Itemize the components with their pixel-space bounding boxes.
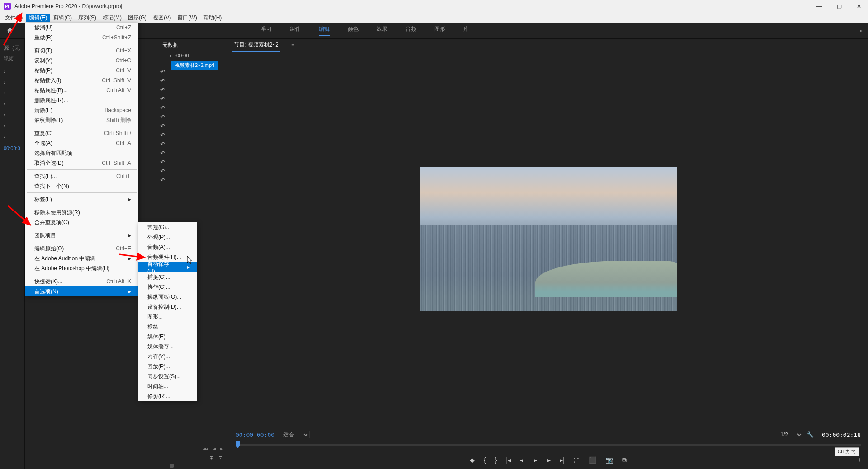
ime-indicator[interactable]: CH 力 简: [835, 447, 859, 456]
menu-item[interactable]: 剪切(T)Ctrl+X: [25, 46, 138, 56]
submenu-item[interactable]: 同步设置(S)...: [138, 371, 197, 381]
undo-loop-icon[interactable]: ↶: [160, 168, 165, 174]
maximize-button[interactable]: ▢: [834, 1, 844, 12]
menu-item[interactable]: 全选(A)Ctrl+A: [25, 138, 138, 148]
menu-item[interactable]: 重做(R)Ctrl+Shift+Z: [25, 33, 138, 42]
marker-add-icon[interactable]: ◆: [470, 456, 475, 464]
undo-loop-icon[interactable]: ↶: [160, 69, 165, 75]
program-zoom-select[interactable]: [298, 431, 310, 438]
menu-view[interactable]: 视图(V): [150, 14, 174, 22]
undo-loop-icon[interactable]: ↶: [160, 105, 165, 111]
submenu-item[interactable]: 时间轴...: [138, 381, 197, 391]
add-button-icon[interactable]: ＋: [856, 456, 863, 464]
menu-item[interactable]: 复制(Y)Ctrl+C: [25, 56, 138, 66]
panel-menu-icon[interactable]: ≡: [289, 41, 296, 51]
workspace-overflow-icon[interactable]: »: [859, 28, 863, 34]
workspace-color[interactable]: 颜色: [348, 25, 359, 36]
workspace-library[interactable]: 库: [463, 25, 469, 36]
menu-item[interactable]: 取消全选(D)Ctrl+Shift+A: [25, 158, 138, 168]
minimize-button[interactable]: —: [814, 1, 825, 12]
workspace-audio[interactable]: 音频: [406, 25, 416, 36]
source-nav-prev-icon[interactable]: ◂: [213, 446, 216, 452]
menu-item[interactable]: 移除未使用资源(R): [25, 207, 138, 217]
source-nav-first-icon[interactable]: ◂◂: [203, 446, 208, 452]
source-nav-next-icon[interactable]: ▸: [220, 446, 223, 452]
wrench-icon[interactable]: 🔧: [807, 431, 814, 438]
submenu-item[interactable]: 内存(Y)...: [138, 352, 197, 361]
menu-item[interactable]: 合并重复项(C): [25, 217, 138, 227]
menu-window[interactable]: 窗口(W): [174, 14, 200, 22]
undo-loop-icon[interactable]: ↶: [160, 78, 165, 84]
program-monitor[interactable]: [228, 52, 868, 426]
submenu-item[interactable]: 媒体缓存...: [138, 342, 197, 352]
home-icon[interactable]: [5, 27, 14, 35]
undo-loop-icon[interactable]: ↶: [160, 132, 165, 138]
undo-loop-icon[interactable]: ↶: [160, 159, 165, 165]
menu-marker[interactable]: 标记(M): [99, 14, 125, 22]
undo-loop-icon[interactable]: ↶: [160, 150, 165, 156]
program-tc-left[interactable]: 00:00:00:00: [236, 431, 274, 438]
compare-icon[interactable]: ⧉: [622, 456, 627, 464]
scroll-handle[interactable]: [170, 464, 174, 468]
undo-loop-icon[interactable]: ↶: [160, 114, 165, 120]
submenu-item[interactable]: 标签...: [138, 322, 197, 332]
mark-out-icon[interactable]: }: [495, 456, 497, 464]
menu-item[interactable]: 查找下一个(N): [25, 181, 138, 191]
menu-item[interactable]: 在 Adobe Photoshop 中编辑(H): [25, 263, 138, 273]
submenu-item[interactable]: 操纵面板(O)...: [138, 292, 197, 302]
program-ratio[interactable]: 1/2: [780, 431, 788, 438]
submenu-item[interactable]: 设备控制(D)...: [138, 302, 197, 312]
tab-program[interactable]: 节目: 视频素材2~2: [232, 39, 280, 52]
submenu-item[interactable]: 协作(C)...: [138, 282, 197, 292]
play-icon[interactable]: ▸: [534, 456, 537, 464]
menu-item[interactable]: 查找(F)...Ctrl+F: [25, 171, 138, 181]
menu-sequence[interactable]: 序列(S): [75, 14, 99, 22]
menu-item[interactable]: 标签(L)▸: [25, 194, 138, 204]
step-fwd-icon[interactable]: |▸: [546, 456, 551, 464]
menu-item[interactable]: 重复(C)Ctrl+Shift+/: [25, 128, 138, 138]
menu-help[interactable]: 帮助(H): [200, 14, 225, 22]
program-scrubber[interactable]: [228, 440, 868, 451]
undo-loop-icon[interactable]: ↶: [160, 177, 165, 183]
submenu-item[interactable]: 修剪(R)...: [138, 391, 197, 401]
menu-item[interactable]: 选择所有匹配项: [25, 148, 138, 158]
menu-item[interactable]: 波纹删除(T)Shift+删除: [25, 115, 138, 125]
menu-file[interactable]: 文件(F): [2, 14, 26, 22]
undo-loop-icon[interactable]: ↶: [160, 96, 165, 102]
menu-item[interactable]: 团队项目▸: [25, 230, 138, 240]
close-button[interactable]: ✕: [854, 1, 864, 12]
go-to-in-icon[interactable]: |◂: [506, 456, 511, 464]
timecode-play-icon[interactable]: ▸: [170, 52, 172, 59]
workspace-graphics[interactable]: 图形: [434, 25, 445, 36]
submenu-item[interactable]: 音频(A)...: [138, 242, 197, 252]
undo-loop-icon[interactable]: ↶: [160, 123, 165, 129]
menu-item[interactable]: 粘贴插入(I)Ctrl+Shift+V: [25, 75, 138, 85]
source-clip-chip[interactable]: 视频素材2~2.mp4: [171, 61, 218, 70]
undo-loop-icon[interactable]: ↶: [160, 87, 165, 93]
step-back-icon[interactable]: ◂|: [520, 456, 525, 464]
submenu-item[interactable]: 回放(P)...: [138, 361, 197, 371]
lift-icon[interactable]: ⬚: [574, 456, 580, 464]
submenu-item[interactable]: 捕捉(C)...: [138, 272, 197, 282]
workspace-assembly[interactable]: 组件: [290, 25, 301, 36]
submenu-item[interactable]: 图形...: [138, 312, 197, 322]
export-frame-icon[interactable]: 📷: [605, 456, 613, 464]
menu-item[interactable]: 编辑原始(O)Ctrl+E: [25, 244, 138, 253]
menu-item[interactable]: 快捷键(K)...Ctrl+Alt+K: [25, 277, 138, 286]
menu-item[interactable]: 清除(E)Backspace: [25, 105, 138, 115]
workspace-effects[interactable]: 效果: [377, 25, 387, 36]
extract-icon[interactable]: ⬛: [589, 456, 596, 464]
menu-clip[interactable]: 剪辑(C): [50, 14, 75, 22]
tab-metadata[interactable]: 元数据: [160, 40, 180, 51]
menu-item[interactable]: 撤消(U)Ctrl+Z: [25, 23, 138, 33]
menu-graphics[interactable]: 图形(G): [125, 14, 150, 22]
undo-loop-icon[interactable]: ↶: [160, 141, 165, 147]
go-to-out-icon[interactable]: ▸|: [560, 456, 565, 464]
program-fit[interactable]: 适合: [283, 431, 294, 439]
submenu-item[interactable]: 媒体(E)...: [138, 332, 197, 342]
menu-item[interactable]: 在 Adobe Audition 中编辑▸: [25, 253, 138, 263]
program-res-select[interactable]: [792, 431, 803, 438]
workspace-edit[interactable]: 编辑: [319, 25, 330, 36]
menu-item[interactable]: 粘贴(P)Ctrl+V: [25, 66, 138, 75]
submenu-item[interactable]: 常规(G)...: [138, 222, 197, 232]
